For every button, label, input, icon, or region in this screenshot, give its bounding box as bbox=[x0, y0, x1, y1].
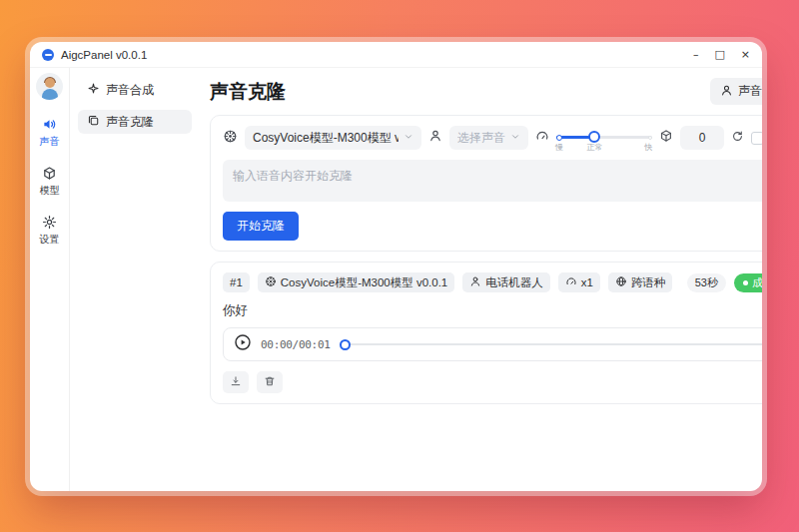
speaker-icon bbox=[42, 117, 57, 132]
person-icon bbox=[469, 275, 481, 289]
copy-icon bbox=[87, 114, 100, 130]
player-progress-handle[interactable] bbox=[340, 339, 351, 350]
result-voice-badge: 电话机器人 bbox=[462, 272, 550, 292]
sidebar-item-label: 模型 bbox=[40, 184, 60, 198]
audio-player: 00:00/00:01 bbox=[223, 327, 762, 361]
speed-label-fast: 快 bbox=[644, 142, 652, 153]
speed-label-normal: 正常 bbox=[586, 142, 602, 153]
chevron-down-icon bbox=[403, 131, 413, 145]
voice-role-button[interactable]: 声音角色 bbox=[710, 78, 762, 105]
sidebar-item-voice[interactable]: 声音 bbox=[40, 117, 60, 149]
result-text: 你好 bbox=[223, 302, 762, 319]
result-mode-badge: 跨语种 bbox=[608, 272, 673, 292]
minimize-button[interactable]: – bbox=[693, 49, 699, 60]
duration-badge: 53秒 bbox=[687, 273, 726, 292]
chevron-down-icon bbox=[510, 131, 520, 145]
status-badge: 成功 bbox=[734, 273, 762, 292]
speed-label-slow: 慢 bbox=[555, 142, 563, 153]
avatar[interactable] bbox=[36, 73, 63, 100]
model-select[interactable]: CosyVoice模型-M300模型 v0.0.1 bbox=[245, 126, 421, 150]
status-dot bbox=[743, 280, 748, 285]
speed-gauge-icon bbox=[535, 129, 549, 147]
menu-item-label: 声音克隆 bbox=[106, 114, 154, 131]
model-hub-icon bbox=[223, 129, 238, 148]
app-window: AigcPanel v0.0.1 – □ × 声音 bbox=[30, 42, 762, 491]
play-icon[interactable] bbox=[234, 333, 252, 355]
download-icon bbox=[230, 375, 242, 390]
clone-form-card: CosyVoice模型-M300模型 v0.0.1 选择声音 bbox=[210, 115, 762, 252]
app-title: AigcPanel v0.0.1 bbox=[61, 49, 147, 61]
person-icon bbox=[720, 84, 733, 100]
result-speed-badge: x1 bbox=[558, 272, 600, 292]
clone-text-input[interactable] bbox=[223, 160, 762, 202]
seed-input[interactable] bbox=[680, 126, 724, 150]
voice-select[interactable]: 选择声音 bbox=[449, 126, 528, 150]
sparkle-icon bbox=[87, 82, 100, 98]
result-model-badge: CosyVoice模型-M300模型 v0.0.1 bbox=[258, 272, 454, 292]
delete-button[interactable] bbox=[257, 371, 283, 393]
download-button[interactable] bbox=[223, 371, 249, 393]
maximize-button[interactable]: □ bbox=[714, 49, 724, 60]
sidebar-item-model[interactable]: 模型 bbox=[40, 166, 60, 198]
app-logo-icon bbox=[42, 49, 54, 61]
player-time: 00:00/00:01 bbox=[261, 338, 331, 351]
player-progress[interactable] bbox=[340, 338, 762, 350]
globe-icon bbox=[615, 275, 627, 289]
refresh-icon[interactable] bbox=[731, 129, 744, 147]
menu-item-voice-clone[interactable]: 声音克隆 bbox=[78, 110, 192, 134]
model-hub-icon bbox=[265, 275, 277, 289]
person-icon bbox=[428, 129, 442, 147]
main-content: 声音克隆 声音角色 CosyVoice模型-M300模型 v0.0.1 bbox=[200, 68, 762, 491]
gear-icon bbox=[42, 215, 57, 230]
menu-item-voice-synthesis[interactable]: 声音合成 bbox=[78, 78, 192, 102]
sidebar-item-label: 设置 bbox=[40, 233, 60, 247]
close-button[interactable]: × bbox=[741, 49, 750, 60]
page-title: 声音克隆 bbox=[210, 79, 286, 105]
cube-icon bbox=[42, 166, 57, 181]
result-card: #1 CosyVoice模型-M300模型 v0.0.1 电话机器人 bbox=[210, 262, 762, 404]
trash-icon bbox=[264, 375, 276, 390]
sidebar-item-label: 声音 bbox=[40, 135, 60, 149]
start-clone-button[interactable]: 开始克隆 bbox=[223, 212, 299, 241]
result-index-badge: #1 bbox=[223, 272, 250, 292]
speed-gauge-icon bbox=[565, 275, 577, 289]
titlebar: AigcPanel v0.0.1 – □ × bbox=[30, 42, 762, 68]
speed-slider[interactable]: 慢 正常 快 bbox=[556, 126, 652, 150]
cross-lingual-checkbox[interactable] bbox=[751, 132, 762, 145]
menu-item-label: 声音合成 bbox=[106, 82, 154, 99]
sidebar-item-settings[interactable]: 设置 bbox=[40, 215, 60, 247]
secondary-menu: 声音合成 声音克隆 bbox=[70, 68, 200, 491]
seed-box-icon bbox=[659, 129, 673, 147]
primary-sidebar: 声音 模型 设置 bbox=[30, 68, 70, 491]
